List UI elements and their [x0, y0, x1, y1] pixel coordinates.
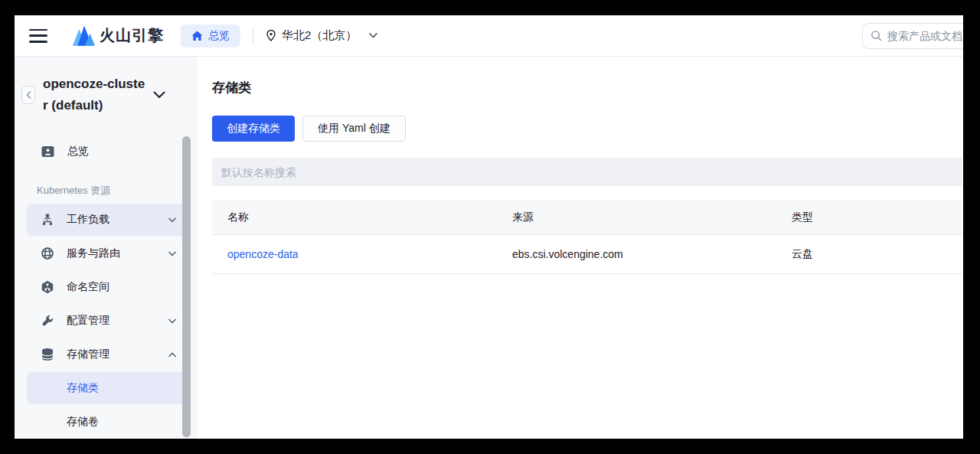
row-type-cell: 云盘 — [776, 247, 962, 261]
mountain-logo-icon — [72, 25, 95, 46]
region-selector[interactable]: 华北2（北京） — [265, 28, 377, 43]
chevron-up-icon — [168, 352, 176, 358]
action-buttons: 创建存储类 使用 Yaml 创建 — [212, 116, 963, 142]
sidebar-scrollbar[interactable] — [182, 136, 191, 437]
top-header: 火山引擎 总览 华北2（北京） — [15, 15, 963, 57]
name-filter-input[interactable] — [212, 158, 962, 186]
column-header-type: 类型 — [776, 211, 962, 224]
storage-class-link[interactable]: opencoze-data — [227, 248, 299, 260]
workload-icon — [41, 213, 54, 227]
column-header-source: 来源 — [497, 211, 776, 224]
volcengine-logo[interactable]: 火山引擎 — [72, 25, 164, 46]
region-label: 华北2（北京） — [282, 28, 357, 43]
storage-class-table: 名称 来源 类型 opencoze-data ebs.csi.volcengin… — [212, 200, 962, 274]
global-search-input[interactable] — [887, 30, 963, 42]
cluster-header: opencoze-cluster (default) — [15, 57, 196, 116]
chevron-down-icon — [168, 251, 176, 256]
sidebar-item-label: 存储类 — [67, 381, 99, 395]
overview-card-icon — [41, 145, 55, 158]
logo-text: 火山引擎 — [100, 25, 164, 46]
chevron-down-icon — [168, 217, 176, 223]
chevron-down-icon — [168, 318, 176, 324]
sidebar-item-storage-volumes[interactable]: 存储卷 — [27, 406, 185, 438]
sidebar-item-storage-classes[interactable]: 存储类 — [27, 372, 185, 404]
chevron-down-icon[interactable] — [153, 91, 165, 99]
header-divider — [253, 27, 253, 45]
overview-badge[interactable]: 总览 — [181, 24, 240, 47]
global-search-box[interactable] — [862, 23, 963, 49]
search-icon — [871, 30, 882, 41]
chevron-down-icon — [369, 33, 377, 38]
create-storage-class-button[interactable]: 创建存储类 — [212, 116, 295, 142]
sidebar-item-storage[interactable]: 存储管理 — [27, 338, 185, 371]
sidebar-item-workloads[interactable]: 工作负载 — [27, 204, 185, 236]
sidebar-item-label: 总览 — [67, 145, 89, 158]
filter-bar — [212, 158, 962, 186]
sidebar-item-label: 服务与路由 — [67, 247, 120, 260]
sidebar-item-label: 存储管理 — [67, 348, 109, 361]
column-header-name: 名称 — [212, 211, 497, 224]
table-header-row: 名称 来源 类型 — [212, 200, 962, 235]
console-window: 火山引擎 总览 华北2（北京） — [15, 15, 963, 439]
storage-database-icon — [41, 348, 54, 361]
sidebar-item-label: 工作负载 — [67, 213, 109, 227]
main-content: 存储类 创建存储类 使用 Yaml 创建 名称 来源 类型 opencoze-d… — [197, 57, 963, 439]
sidebar-item-label: 配置管理 — [67, 314, 109, 328]
sidebar-item-config[interactable]: 配置管理 — [27, 305, 185, 337]
home-icon — [191, 31, 203, 41]
hamburger-menu-icon[interactable] — [29, 29, 47, 43]
sidebar-item-label: 存储卷 — [67, 415, 99, 429]
namespace-hexagon-icon — [41, 280, 54, 294]
create-with-yaml-button[interactable]: 使用 Yaml 创建 — [302, 116, 406, 142]
cluster-name[interactable]: opencoze-cluster (default) — [43, 73, 147, 116]
sidebar: opencoze-cluster (default) 总览 Kubernetes… — [15, 57, 197, 439]
sidebar-collapse-button[interactable] — [21, 86, 35, 104]
row-source-cell: ebs.csi.volcengine.com — [497, 248, 776, 260]
network-globe-icon — [41, 247, 54, 260]
sidebar-item-services-routing[interactable]: 服务与路由 — [27, 237, 185, 269]
sidebar-section-label: Kubernetes 资源 — [37, 184, 196, 198]
config-wrench-icon — [41, 314, 54, 328]
sidebar-item-overview[interactable]: 总览 — [27, 138, 185, 165]
table-row: opencoze-data ebs.csi.volcengine.com 云盘 — [212, 235, 962, 274]
overview-badge-label: 总览 — [208, 29, 230, 43]
location-pin-icon — [265, 29, 277, 42]
sidebar-item-label: 命名空间 — [67, 280, 109, 294]
page-title: 存储类 — [212, 79, 963, 96]
sidebar-item-namespaces[interactable]: 命名空间 — [27, 271, 185, 303]
